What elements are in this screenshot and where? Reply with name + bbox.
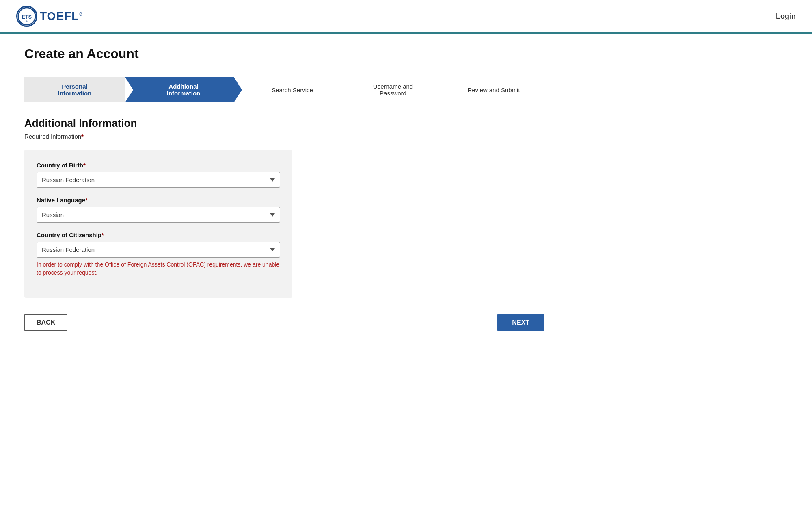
step-username-label: Username andPassword bbox=[373, 83, 413, 97]
step-search-label: Search Service bbox=[272, 87, 313, 93]
title-divider bbox=[24, 67, 544, 67]
page-title: Create an Account bbox=[24, 46, 544, 61]
section-title: Additional Information bbox=[24, 117, 544, 130]
native-language-group: Native Language* Russian English Chinese… bbox=[37, 197, 280, 223]
step-additional-information[interactable]: AdditionalInformation bbox=[125, 77, 242, 102]
login-link[interactable]: Login bbox=[776, 12, 796, 21]
steps-container: PersonalInformation AdditionalInformatio… bbox=[24, 77, 544, 102]
required-info: Required Information* bbox=[24, 133, 544, 140]
step-additional-label: AdditionalInformation bbox=[167, 83, 201, 97]
ets-logo: ETS ® bbox=[16, 6, 37, 27]
nav-buttons: BACK NEXT bbox=[24, 314, 544, 339]
next-button[interactable]: NEXT bbox=[497, 314, 544, 331]
country-of-citizenship-group: Country of Citizenship* Russian Federati… bbox=[37, 232, 280, 277]
country-of-citizenship-label: Country of Citizenship* bbox=[37, 232, 280, 238]
svg-text:®: ® bbox=[26, 20, 28, 23]
step-search-service[interactable]: Search Service bbox=[242, 77, 343, 102]
ofac-error-message: In order to comply with the Office of Fo… bbox=[37, 261, 280, 277]
country-of-birth-label: Country of Birth* bbox=[37, 162, 280, 169]
country-of-birth-group: Country of Birth* Russian Federation Uni… bbox=[37, 162, 280, 188]
step-username-password[interactable]: Username andPassword bbox=[343, 77, 443, 102]
native-language-label: Native Language* bbox=[37, 197, 280, 204]
country-of-birth-select[interactable]: Russian Federation United States China I… bbox=[37, 172, 280, 188]
header: ETS ® TOEFL® Login bbox=[0, 0, 812, 34]
logo-area: ETS ® TOEFL® bbox=[16, 6, 83, 27]
toefl-logo: TOEFL® bbox=[40, 10, 83, 23]
step-personal-information[interactable]: PersonalInformation bbox=[24, 77, 125, 102]
svg-text:ETS: ETS bbox=[22, 14, 32, 20]
main-content: Create an Account PersonalInformation Ad… bbox=[0, 34, 568, 355]
step-review-submit[interactable]: Review and Submit bbox=[443, 77, 544, 102]
native-language-select[interactable]: Russian English Chinese Hindi German bbox=[37, 207, 280, 223]
back-button[interactable]: BACK bbox=[24, 314, 67, 331]
country-of-citizenship-select[interactable]: Russian Federation United States China I… bbox=[37, 242, 280, 258]
step-review-label: Review and Submit bbox=[467, 87, 520, 93]
step-personal-label: PersonalInformation bbox=[58, 83, 92, 97]
form-card: Country of Birth* Russian Federation Uni… bbox=[24, 150, 292, 298]
